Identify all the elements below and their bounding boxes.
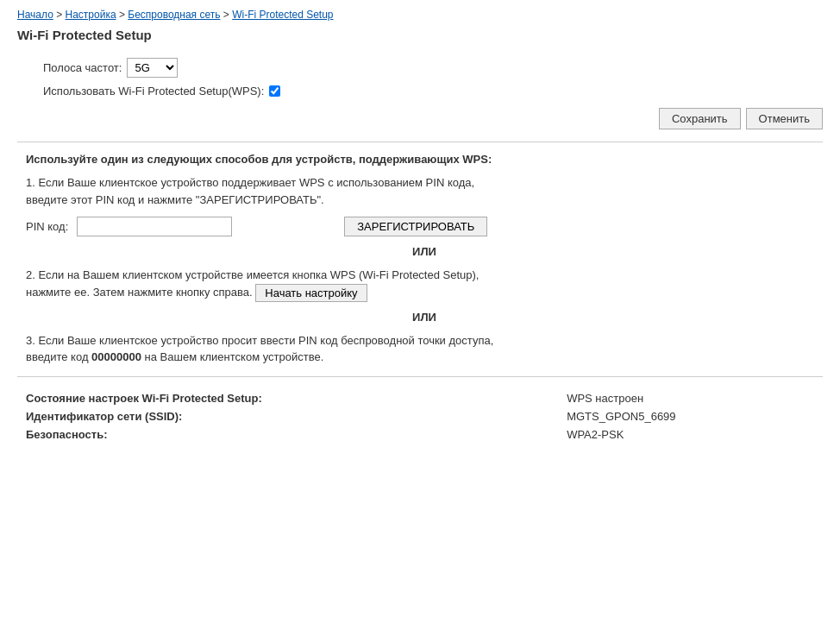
or-divider-2: ИЛИ <box>26 311 823 324</box>
status-wps-label: Состояние настроек Wi-Fi Protected Setup… <box>26 389 567 407</box>
wps-step1: 1. Если Ваше клиентское устройство подде… <box>26 174 823 208</box>
wps-checkbox[interactable] <box>269 85 280 97</box>
breadcrumb-wireless[interactable]: Беспроводная сеть <box>128 9 220 21</box>
status-ssid-label: Идентификатор сети (SSID): <box>26 407 567 425</box>
pin-input[interactable] <box>77 217 232 236</box>
wps-step3-text-after: на Вашем клиентском устройстве. <box>141 350 323 363</box>
status-security-value: WPA2-PSK <box>567 425 823 444</box>
pin-label: PIN код: <box>26 220 68 233</box>
cancel-button[interactable]: Отменить <box>746 108 823 129</box>
wps-step3: 3. Если Ваше клиентское устройство проси… <box>26 332 823 366</box>
status-ssid-value: MGTS_GPON5_6699 <box>567 407 823 425</box>
breadcrumb: Начало > Настройка > Беспроводная сеть >… <box>17 9 823 21</box>
pin-row: PIN код: ЗАРЕГИСТРИРОВАТЬ <box>26 217 823 236</box>
wps-step2-text: 2. Если на Вашем клиентском устройстве и… <box>26 268 479 299</box>
status-security-label: Безопасность: <box>26 425 567 444</box>
status-table: Состояние настроек Wi-Fi Protected Setup… <box>26 389 823 444</box>
divider-2 <box>17 376 823 377</box>
status-row-security: Безопасность: WPA2-PSK <box>26 425 823 444</box>
band-row: Полоса частот: 2.4G 5G <box>43 58 823 78</box>
wps-step3-code: 00000000 <box>91 350 141 363</box>
divider-1 <box>17 142 823 142</box>
start-setup-button[interactable]: Начать настройку <box>255 284 367 302</box>
wps-enable-label: Использовать Wi-Fi Protected Setup(WPS): <box>43 85 264 98</box>
status-row-ssid: Идентификатор сети (SSID): MGTS_GPON5_66… <box>26 407 823 425</box>
wps-checkbox-row: Использовать Wi-Fi Protected Setup(WPS): <box>43 85 823 98</box>
save-button[interactable]: Сохранить <box>659 108 741 129</box>
breadcrumb-home[interactable]: Начало <box>17 9 53 21</box>
buttons-row: Сохранить Отменить <box>43 108 823 129</box>
or-divider-1: ИЛИ <box>26 245 823 258</box>
wps-step1-text: 1. Если Ваше клиентское устройство подде… <box>26 176 474 206</box>
form-section: Полоса частот: 2.4G 5G Использовать Wi-F… <box>43 58 823 129</box>
breadcrumb-settings[interactable]: Настройка <box>66 9 116 21</box>
wps-section: Используйте один из следующих способов д… <box>26 153 823 366</box>
register-button[interactable]: ЗАРЕГИСТРИРОВАТЬ <box>344 217 487 236</box>
band-label: Полоса частот: <box>43 61 122 74</box>
status-wps-value: WPS настроен <box>567 389 823 407</box>
status-section: Состояние настроек Wi-Fi Protected Setup… <box>26 389 823 444</box>
band-select[interactable]: 2.4G 5G <box>127 58 178 78</box>
page-title: Wi-Fi Protected Setup <box>17 28 823 42</box>
status-row-wps: Состояние настроек Wi-Fi Protected Setup… <box>26 389 823 407</box>
wps-step2: 2. Если на Вашем клиентском устройстве и… <box>26 267 823 302</box>
wps-header: Используйте один из следующих способов д… <box>26 153 823 166</box>
breadcrumb-wps[interactable]: Wi-Fi Protected Setup <box>232 9 333 21</box>
